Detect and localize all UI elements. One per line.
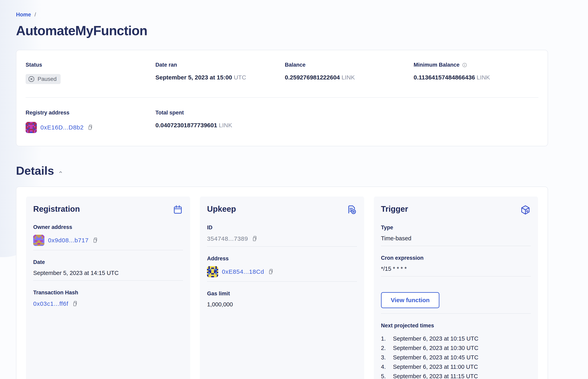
trigger-title: Trigger (381, 205, 408, 214)
projected-time-number: 2. (381, 343, 390, 353)
copy-upkeep-address-button[interactable] (268, 268, 274, 275)
owner-address-label: Owner address (33, 224, 183, 230)
upkeep-address-identicon (207, 266, 218, 277)
copy-transaction-hash-button[interactable] (72, 300, 78, 307)
total-spent-cell: Total spent 0.04072301877739601 LINK (155, 110, 285, 133)
upkeep-address-label: Address (207, 255, 357, 262)
cron-expression-value: */15 * * * * (381, 266, 531, 272)
next-projected-times-list: 1. September 6, 2023 at 10:15 UTC 2. Sep… (381, 334, 531, 379)
cron-expression-label: Cron expression (381, 255, 531, 261)
row-divider (33, 280, 183, 281)
total-spent-value: 0.04072301877739601 (155, 122, 217, 128)
min-balance-unit: LINK (477, 74, 490, 81)
view-function-button[interactable]: View function (381, 292, 439, 308)
min-balance-value: 0.11364157484866436 (414, 74, 475, 81)
row-divider (207, 246, 357, 247)
trigger-type-field: Type Time-based (381, 224, 531, 242)
next-projected-times-field: Next projected times 1. September 6, 202… (381, 323, 531, 379)
upkeep-detail-page: Home / AutomateMyFunction Status Paused (0, 0, 548, 379)
cron-expression-field: Cron expression */15 * * * * (381, 255, 531, 272)
copy-icon (87, 129, 94, 132)
projected-time-number: 5. (381, 372, 390, 379)
registration-date-label: Date (33, 259, 183, 265)
details-heading-text: Details (16, 164, 54, 177)
min-balance-label: Minimum Balance (414, 62, 460, 68)
gas-limit-value: 1,000,000 (207, 301, 357, 308)
upkeep-address-field: Address 0xE854...18Cd (207, 255, 357, 277)
breadcrumb: Home / (16, 12, 548, 18)
trigger-type-label: Type (381, 224, 531, 231)
registration-date-field: Date September 5, 2023 at 14:15 UTC (33, 259, 183, 276)
projected-time-text: September 6, 2023 at 10:15 UTC (393, 334, 478, 343)
summary-divider (26, 97, 538, 98)
upkeep-id-label: ID (207, 224, 357, 231)
copy-owner-address-button[interactable] (92, 237, 99, 244)
copy-registry-address-button[interactable] (87, 124, 94, 131)
upkeep-id-field: ID 354748...7389 (207, 224, 357, 242)
transaction-hash-link[interactable]: 0x03c1...ff6f (33, 300, 68, 307)
registration-date-value: September 5, 2023 at 14:15 UTC (33, 270, 183, 276)
chevron-up-icon (58, 172, 63, 175)
row-divider (381, 246, 531, 246)
copy-icon (92, 241, 99, 245)
upkeep-address-link[interactable]: 0xE854...18Cd (222, 268, 264, 275)
gas-limit-label: Gas limit (207, 291, 357, 297)
summary-card: Status Paused Date ran September 5, 2023… (16, 50, 548, 146)
details-heading: Details (16, 164, 548, 177)
contract-document-icon (346, 205, 357, 215)
date-ran-label: Date ran (155, 62, 285, 68)
copy-icon (268, 273, 274, 276)
owner-identicon (33, 235, 45, 246)
projected-time-number: 4. (381, 362, 390, 372)
owner-address-field: Owner address 0x9d08...b717 (33, 224, 183, 246)
total-spent-unit: LINK (219, 122, 232, 128)
upkeep-title: Upkeep (207, 205, 236, 214)
projected-time-text: September 6, 2023 at 10:45 UTC (393, 353, 478, 362)
collapse-details-button[interactable] (58, 170, 63, 175)
row-divider (381, 313, 531, 314)
trigger-card: Trigger Type Time-based (374, 196, 538, 379)
date-ran-value: September 5, 2023 at 15:00 (155, 74, 232, 81)
status-label: Status (26, 62, 155, 68)
breadcrumb-separator: / (35, 12, 36, 18)
copy-icon (252, 240, 258, 243)
trigger-type-value: Time-based (381, 235, 531, 242)
copy-icon (72, 305, 78, 308)
summary-row-1: Status Paused Date ran September 5, 2023… (26, 62, 538, 84)
projected-time-item: 4. September 6, 2023 at 11:00 UTC (381, 362, 531, 372)
projected-time-item: 3. September 6, 2023 at 10:45 UTC (381, 353, 531, 362)
calendar-icon (173, 205, 183, 215)
min-balance-cell: Minimum Balance 0.11364157484866436 LINK (414, 62, 538, 84)
registration-card: Registration Owner address (26, 196, 190, 379)
copy-upkeep-id-button[interactable] (252, 235, 258, 242)
date-ran-cell: Date ran September 5, 2023 at 15:00 UTC (155, 62, 285, 84)
balance-cell: Balance 0.259276981222604 LINK (285, 62, 414, 84)
balance-value: 0.259276981222604 (285, 74, 340, 81)
registry-label: Registry address (26, 110, 155, 116)
registration-title: Registration (33, 205, 80, 214)
status-badge-label: Paused (38, 76, 57, 82)
row-divider (33, 250, 183, 250)
status-badge: Paused (26, 74, 60, 84)
balance-label: Balance (285, 62, 414, 68)
details-card: Registration Owner address (16, 187, 548, 379)
info-icon[interactable] (462, 63, 467, 68)
registry-cell: Registry address 0xE16D...D8b2 (26, 110, 155, 133)
registry-address-link[interactable]: 0xE16D...D8b2 (40, 124, 84, 131)
projected-time-text: September 6, 2023 at 11:15 UTC (393, 372, 478, 379)
transaction-hash-label: Transaction Hash (33, 290, 183, 296)
owner-address-link[interactable]: 0x9d08...b717 (48, 237, 89, 244)
row-divider (381, 276, 531, 277)
paused-octagon-icon (28, 76, 35, 82)
projected-time-number: 1. (381, 334, 390, 343)
cube-icon (520, 205, 531, 215)
breadcrumb-home-link[interactable]: Home (16, 12, 31, 18)
projected-time-item: 1. September 6, 2023 at 10:15 UTC (381, 334, 531, 343)
projected-time-item: 5. September 6, 2023 at 11:15 UTC (381, 372, 531, 379)
balance-unit: LINK (342, 74, 355, 81)
row-divider (207, 281, 357, 282)
projected-time-number: 3. (381, 353, 390, 362)
projected-time-text: September 6, 2023 at 10:30 UTC (393, 343, 478, 353)
upkeep-id-value: 354748...7389 (207, 235, 248, 242)
date-ran-timezone: UTC (234, 74, 246, 81)
